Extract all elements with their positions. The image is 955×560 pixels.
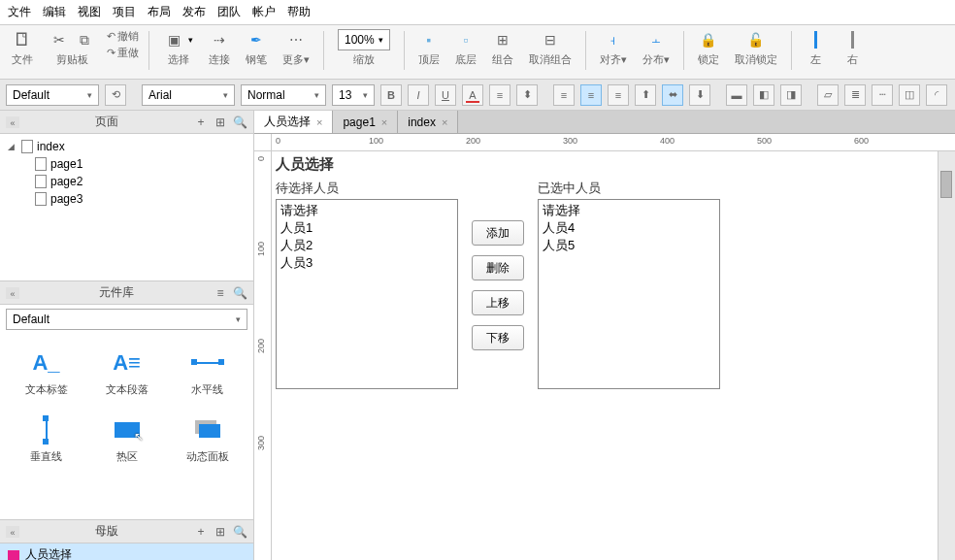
widget-library-combo[interactable]: Default▾ <box>6 309 247 330</box>
widget-dynamic-panel[interactable]: 动态面板 <box>167 407 247 474</box>
close-icon[interactable]: × <box>316 116 322 128</box>
text-color-button[interactable]: A <box>462 84 483 106</box>
weight-combo[interactable]: Normal▾ <box>241 84 326 106</box>
widget-hotspot[interactable]: ↖热区 <box>86 407 167 474</box>
menu-layout[interactable]: 布局 <box>148 4 171 20</box>
tool-top[interactable]: ▪顶层 <box>414 29 444 67</box>
tool-align[interactable]: ⫞对齐▾ <box>596 29 631 67</box>
tool-group-btn[interactable]: ⊞组合 <box>488 29 517 67</box>
tool-align-right[interactable]: 右 <box>839 29 868 67</box>
menu-team[interactable]: 团队 <box>217 4 241 20</box>
copy-icon[interactable]: ⧉ <box>74 29 95 50</box>
corner-radius-button[interactable]: ◜ <box>926 84 947 106</box>
bold-button[interactable]: B <box>380 84 402 106</box>
line-height-button[interactable]: ⬍ <box>516 84 538 106</box>
align-right-text[interactable]: ≡ <box>608 84 629 106</box>
zoom-combo[interactable]: 100%▾ <box>338 29 390 50</box>
menu-account[interactable]: 帐户 <box>252 4 276 20</box>
clear-format-button[interactable]: ⟲ <box>105 84 126 106</box>
tool-connect[interactable]: ⇢ 连接 <box>205 29 234 67</box>
cut-icon[interactable]: ✂ <box>49 29 70 50</box>
border-visible-button[interactable]: ◫ <box>899 84 920 106</box>
move-down-button[interactable]: 下移 <box>472 325 524 350</box>
widget-hr[interactable]: 水平线 <box>167 340 247 407</box>
tool-bottom[interactable]: ▫底层 <box>451 29 480 67</box>
pages-collapse[interactable]: « <box>6 116 19 128</box>
list-item[interactable]: 请选择 <box>543 202 715 219</box>
menu-publish[interactable]: 发布 <box>182 4 206 20</box>
tool-unlock[interactable]: 🔓取消锁定 <box>731 29 781 67</box>
size-combo[interactable]: 13▾ <box>332 84 375 106</box>
redo-button[interactable]: ↷重做 <box>107 46 139 60</box>
underline-button[interactable]: U <box>435 84 456 106</box>
widgets-collapse[interactable]: « <box>6 287 19 299</box>
align-left-text[interactable]: ≡ <box>553 84 575 106</box>
list-item[interactable]: 请选择 <box>280 202 453 219</box>
left-list-label[interactable]: 待选择人员 <box>276 180 458 197</box>
search-masters-icon[interactable]: 🔍 <box>232 525 247 539</box>
design-title[interactable]: 人员选择 <box>276 155 720 174</box>
preset-combo[interactable]: Default▾ <box>6 84 99 106</box>
undo-button[interactable]: ↶撤销 <box>107 29 139 44</box>
tool-align-left[interactable]: 左 <box>802 29 831 67</box>
widgets-menu-icon[interactable]: ≡ <box>213 286 228 300</box>
tool-pen[interactable]: ✒ 钢笔 <box>242 29 271 67</box>
tool-more[interactable]: ⋯ 更多▾ <box>279 29 313 67</box>
page-child-1[interactable]: page2 <box>0 173 253 190</box>
widget-text-paragraph[interactable]: A≡文本段落 <box>86 340 167 407</box>
menu-help[interactable]: 帮助 <box>287 4 311 20</box>
menu-edit[interactable]: 编辑 <box>43 4 66 20</box>
remove-button[interactable]: 删除 <box>472 255 524 280</box>
tab-0[interactable]: 人员选择× <box>254 111 333 133</box>
masters-collapse[interactable]: « <box>6 526 19 538</box>
design-canvas[interactable]: 人员选择 待选择人员 请选择 人员1 人员2 人员3 添 <box>272 151 938 560</box>
add-master-folder-icon[interactable]: ⊞ <box>213 525 228 539</box>
border-color-button[interactable]: ▱ <box>817 84 839 106</box>
page-child-0[interactable]: page1 <box>0 155 253 173</box>
close-icon[interactable]: × <box>381 116 387 128</box>
valign-middle[interactable]: ⬌ <box>662 84 683 106</box>
tool-lock[interactable]: 🔒锁定 <box>694 29 723 67</box>
vertical-scrollbar[interactable] <box>938 151 955 560</box>
font-combo[interactable]: Arial▾ <box>142 84 235 106</box>
left-listbox[interactable]: 请选择 人员1 人员2 人员3 <box>276 199 458 389</box>
menu-file[interactable]: 文件 <box>8 4 31 20</box>
widgets-search-icon[interactable]: 🔍 <box>232 286 247 300</box>
outer-shadow-button[interactable]: ◧ <box>753 84 774 106</box>
move-up-button[interactable]: 上移 <box>472 290 524 315</box>
inner-shadow-button[interactable]: ◨ <box>780 84 802 106</box>
search-pages-icon[interactable]: 🔍 <box>232 115 247 129</box>
tool-ungroup[interactable]: ⊟取消组合 <box>525 29 576 67</box>
tool-clipboard[interactable]: ✂ ⧉ 剪贴板 <box>45 29 99 67</box>
add-master-icon[interactable]: + <box>193 525 209 539</box>
page-child-2[interactable]: page3 <box>0 190 253 208</box>
list-item[interactable]: 人员1 <box>280 219 453 237</box>
list-item[interactable]: 人员5 <box>543 237 715 254</box>
add-folder-icon[interactable]: ⊞ <box>213 115 228 129</box>
scrollbar-thumb[interactable] <box>940 171 952 198</box>
list-item[interactable]: 人员2 <box>280 237 453 254</box>
tool-select[interactable]: ▣▾ 选择 <box>159 29 197 67</box>
right-listbox[interactable]: 请选择 人员4 人员5 <box>538 199 720 389</box>
widget-text-label[interactable]: A_文本标签 <box>6 340 86 407</box>
master-item[interactable]: 人员选择 <box>0 544 253 560</box>
tab-2[interactable]: index× <box>398 111 458 133</box>
close-icon[interactable]: × <box>442 116 447 128</box>
add-button[interactable]: 添加 <box>472 220 524 246</box>
align-center-text[interactable]: ≡ <box>580 84 602 106</box>
valign-top[interactable]: ⬆ <box>635 84 656 106</box>
valign-bottom[interactable]: ⬇ <box>689 84 710 106</box>
border-style-button[interactable]: ┄ <box>872 84 893 106</box>
border-width-button[interactable]: ≣ <box>844 84 866 106</box>
tool-file[interactable]: 文件 <box>8 29 37 67</box>
menu-project[interactable]: 项目 <box>113 4 136 20</box>
page-root[interactable]: ◢index <box>0 138 253 155</box>
right-list-label[interactable]: 已选中人员 <box>538 180 720 197</box>
tool-distribute[interactable]: ⫠分布▾ <box>639 29 674 67</box>
widget-vr[interactable]: 垂直线 <box>6 407 86 474</box>
tab-1[interactable]: page1× <box>333 111 398 133</box>
list-item[interactable]: 人员4 <box>543 219 715 237</box>
bullets-button[interactable]: ≡ <box>489 84 510 106</box>
list-item[interactable]: 人员3 <box>280 254 453 272</box>
menu-view[interactable]: 视图 <box>78 4 101 20</box>
